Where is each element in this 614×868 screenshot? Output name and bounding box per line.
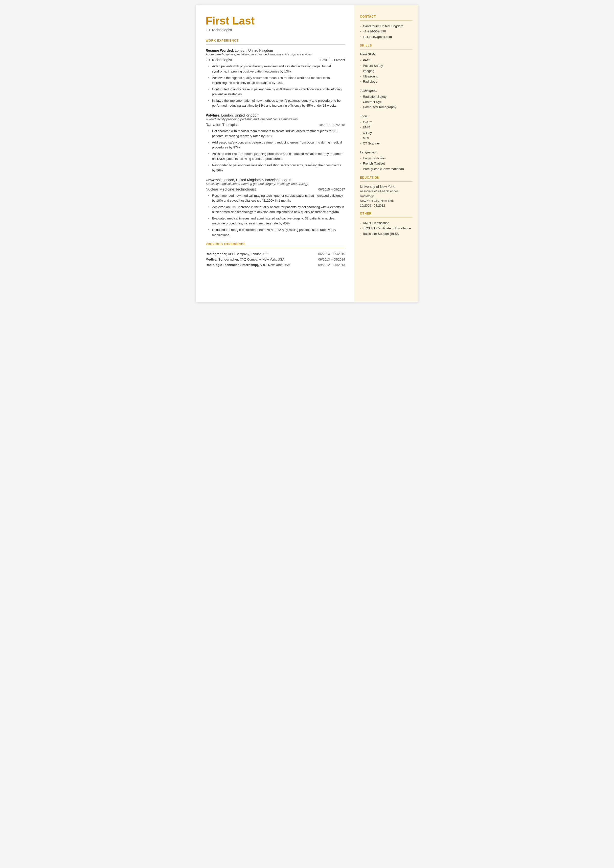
job-role-1: CT Technologist [206, 57, 232, 62]
prev-job-3-role: Radiologic Technician (Internship), ABC,… [206, 263, 290, 267]
skill-radiology: Radiology [360, 79, 412, 84]
contact-email: first.last@gmail.com [360, 34, 412, 39]
other-divider [360, 217, 412, 217]
skills-label: SKILLS [360, 44, 412, 47]
bullet-list-3: Recommended new medical imaging techniqu… [208, 193, 345, 238]
contact-section: CONTACT Canterbury, United Kingdom +1-23… [360, 15, 412, 39]
languages-list: English (Native) French (Native) Portugu… [360, 156, 412, 171]
contact-label: CONTACT [360, 15, 412, 18]
skill-pacs: PACS [360, 57, 412, 63]
prev-job-2-dates: 06/2013 – 05/2014 [318, 258, 345, 261]
other-section: OTHER ARRT Certification JRCERT Certific… [360, 212, 412, 236]
tool-ct-scanner: CT Scanner [360, 141, 412, 146]
employer-desc-1: Acute care hospital specializing in adva… [206, 53, 345, 56]
job-row-1: CT Technologist 08/2018 – Present [206, 57, 345, 62]
prev-job-1-role: Radiographer, ABC Company, London, UK [206, 252, 268, 256]
bullet-3-3: Evaluated medical images and administere… [208, 216, 345, 226]
tools-label: Tools: [360, 114, 412, 118]
tool-emr: EMR [360, 125, 412, 130]
tool-mri: MRI [360, 135, 412, 141]
edu-degree-1: Associate of Allied Sciences [360, 189, 412, 194]
bullet-2-1: Collaborated with medical team members t… [208, 129, 345, 138]
employer-desc-2: 90-bed facility providing pediatric and … [206, 117, 345, 121]
bullet-1-2: Achieved the highest quality assurance m… [208, 76, 345, 85]
job-role-2: Radiation Therapist [206, 123, 238, 127]
bullet-2-3: Assisted with 175+ treatment planning pr… [208, 151, 345, 161]
other-list: ARRT Certification JRCERT Certificate of… [360, 220, 412, 236]
skills-section: SKILLS Hard Skills: PACS Patient Safety … [360, 44, 412, 171]
candidate-name: First Last [206, 15, 345, 27]
lang-english: English (Native) [360, 156, 412, 161]
edu-field-1: Radiology [360, 194, 412, 199]
employer-name-3: Growthsi, London, United Kingdom & Barce… [206, 178, 345, 182]
tool-xray: X-Ray [360, 130, 412, 135]
bullet-1-1: Aided patients with physical therapy exe… [208, 64, 345, 74]
bullet-2-2: Addressed safety concerns before treatme… [208, 140, 345, 150]
prev-job-2-role: Medical Sonographer, XYZ Company, New Yo… [206, 258, 284, 261]
bullet-3-2: Achieved an 87% increase in the quality … [208, 205, 345, 214]
hard-skills-label: Hard Skills: [360, 53, 412, 56]
previous-experience-section: PREVIOUS EXPERIENCE Radiographer, ABC Co… [206, 242, 345, 267]
employer-name-2: Polyhire, London, United Kingdom [206, 113, 345, 117]
work-divider [206, 44, 345, 45]
job-row-2: Radiation Therapist 10/2017 – 07/2018 [206, 123, 345, 127]
contact-list: Canterbury, United Kingdom +1-234-567-89… [360, 23, 412, 39]
techniques-label: Techniques: [360, 89, 412, 93]
employer-block-1: Resume Worded, London, United Kingdom Ac… [206, 48, 345, 108]
bullet-2-4: Responded to patient questions about rad… [208, 163, 345, 173]
job-dates-3: 06/2015 – 09/2017 [318, 188, 345, 191]
prev-job-1-dates: 06/2014 – 05/2015 [318, 252, 345, 256]
hard-skills-list: PACS Patient Safety Imaging Ultrasound R… [360, 57, 412, 84]
other-arrt: ARRT Certification [360, 220, 412, 226]
employer-desc-3: Specialty medical center offering genera… [206, 182, 345, 186]
tools-list: C-Arm EMR X-Ray MRI CT Scanner [360, 120, 412, 146]
tool-c-arm: C-Arm [360, 120, 412, 125]
job-role-3: Nuclear Medicine Technologist [206, 187, 256, 191]
languages-label: Languages: [360, 151, 412, 154]
bullet-3-4: Reduced the margin of incidents from 76%… [208, 227, 345, 237]
contact-phone: +1-234-567-890 [360, 29, 412, 34]
job-dates-1: 08/2018 – Present [319, 58, 345, 62]
prev-job-2: Medical Sonographer, XYZ Company, New Yo… [206, 258, 345, 261]
previous-experience-label: PREVIOUS EXPERIENCE [206, 242, 345, 246]
education-label: EDUCATION [360, 176, 412, 179]
bullet-3-1: Recommended new medical imaging techniqu… [208, 193, 345, 203]
technique-ct: Computed Tomography [360, 104, 412, 110]
technique-radiation-safety: Radiation Safety [360, 94, 412, 99]
edu-dates-1: 10/2009 - 08/2012 [360, 203, 412, 208]
other-jrcert: JRCERT Certificate of Excellence [360, 226, 412, 231]
prev-job-3: Radiologic Technician (Internship), ABC,… [206, 263, 345, 267]
edu-school-1: University of New York [360, 185, 412, 189]
bullet-list-1: Aided patients with physical therapy exe… [208, 64, 345, 108]
other-bls: Basic Life Support (BLS). [360, 231, 412, 236]
technique-contrast-dye: Contrast Dye [360, 99, 412, 104]
job-dates-2: 10/2017 – 07/2018 [318, 123, 345, 127]
skill-imaging: Imaging [360, 68, 412, 73]
edu-block-1: University of New York Associate of Alli… [360, 185, 412, 208]
education-section: EDUCATION University of New York Associa… [360, 176, 412, 208]
work-experience-label: WORK EXPERIENCE [206, 39, 345, 42]
left-column: First Last CT Technologist WORK EXPERIEN… [196, 5, 354, 302]
employer-name-1: Resume Worded, London, United Kingdom [206, 48, 345, 53]
contact-location: Canterbury, United Kingdom [360, 23, 412, 29]
employer-block-3: Growthsi, London, United Kingdom & Barce… [206, 178, 345, 238]
work-experience-section: WORK EXPERIENCE Resume Worded, London, U… [206, 39, 345, 237]
right-column: CONTACT Canterbury, United Kingdom +1-23… [354, 5, 419, 302]
employer-block-2: Polyhire, London, United Kingdom 90-bed … [206, 113, 345, 173]
lang-french: French (Native) [360, 161, 412, 166]
candidate-title: CT Technologist [206, 28, 345, 32]
resume-document: First Last CT Technologist WORK EXPERIEN… [196, 5, 419, 302]
job-row-3: Nuclear Medicine Technologist 06/2015 – … [206, 187, 345, 191]
bullet-list-2: Collaborated with medical team members t… [208, 129, 345, 173]
skill-patient-safety: Patient Safety [360, 63, 412, 68]
skill-ultrasound: Ultrasound [360, 74, 412, 79]
bullet-1-3: Contributed to an increase in patient ca… [208, 87, 345, 97]
other-label: OTHER [360, 212, 412, 215]
techniques-list: Radiation Safety Contrast Dye Computed T… [360, 94, 412, 110]
lang-portuguese: Portuguese (Conversational) [360, 166, 412, 171]
bullet-1-4: Initiated the implementation of new meth… [208, 98, 345, 108]
prev-job-3-dates: 09/2012 – 05/2013 [318, 263, 345, 267]
skills-divider [360, 49, 412, 50]
edu-location-1: New York City, New York [360, 199, 412, 203]
prev-job-1: Radiographer, ABC Company, London, UK 06… [206, 252, 345, 256]
